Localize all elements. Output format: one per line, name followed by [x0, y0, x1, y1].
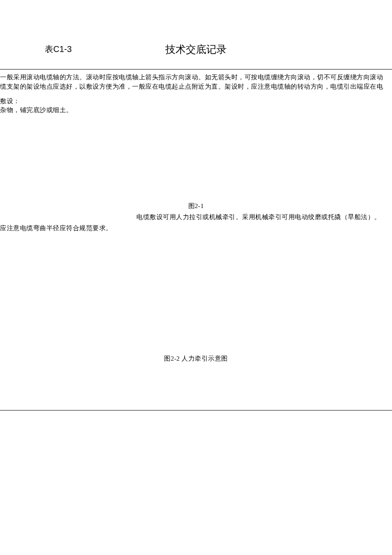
- paragraph-5: 电缆敷设可用人力拉引或机械牵引。采用机械牵引可用电动绞磨或托撬（旱船法）。: [0, 213, 392, 222]
- document-body: 一般采用滚动电缆轴的方法。滚动时应按电缆轴上箭头指示方向滚动。如无箭头时，可按电…: [0, 69, 392, 364]
- horizontal-rule-bottom: [0, 410, 392, 410]
- paragraph-3: 敷设：: [0, 97, 392, 106]
- figure-caption-1: 图2-1: [0, 202, 392, 211]
- paragraph-6: 应注意电缆弯曲半径应符合规范要求。: [0, 224, 392, 233]
- table-label: 表C1-3: [45, 43, 72, 55]
- paragraph-4: 杂物，铺完底沙或细土。: [0, 106, 392, 115]
- figure-caption-2: 图2-2 人力牵引示意图: [0, 354, 392, 364]
- paragraph-2: 缆支架的架设地点应选好，以敷设方便为准，一般应在电缆起止点附近为直。架设时，应注…: [0, 82, 392, 92]
- paragraph-1: 一般采用滚动电缆轴的方法。滚动时应按电缆轴上箭头指示方向滚动。如无箭头时，可按电…: [0, 73, 392, 82]
- document-header: 表C1-3 技术交底记录: [0, 0, 392, 61]
